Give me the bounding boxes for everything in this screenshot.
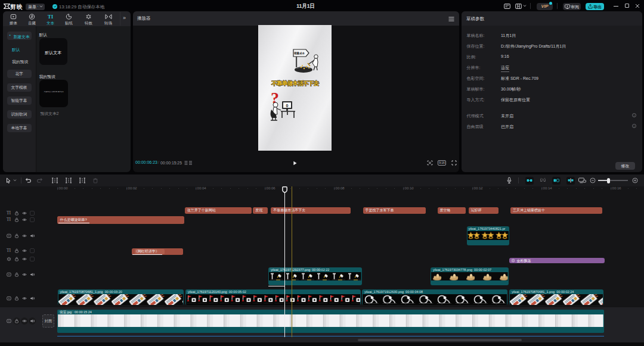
svg-text:不靠单做本活不下去: 不靠单做本活不下去 — [271, 80, 319, 86]
svg-text:0: 0 — [286, 104, 289, 108]
svg-text:销量成本: 销量成本 — [293, 51, 305, 55]
